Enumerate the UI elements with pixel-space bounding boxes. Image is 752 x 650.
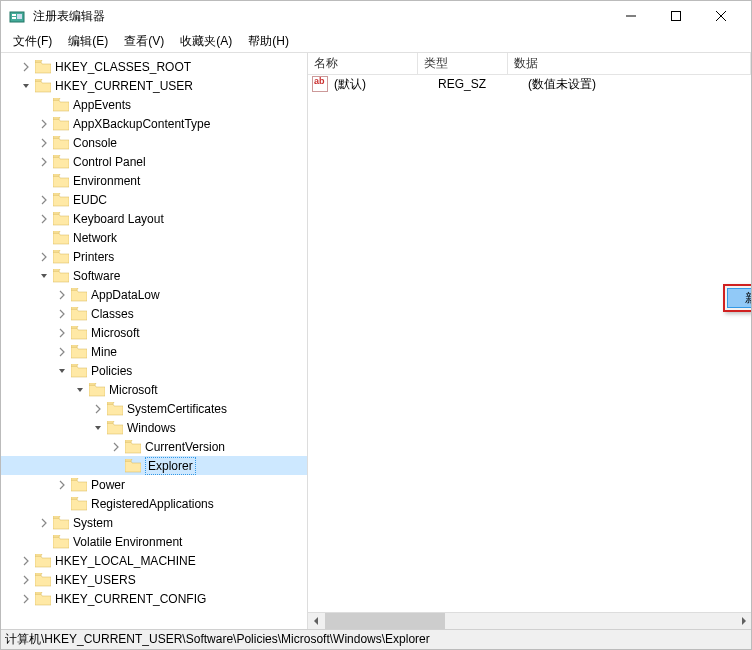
scroll-left-button[interactable] (308, 613, 325, 630)
col-name[interactable]: 名称 (308, 53, 418, 74)
chevron-right-icon[interactable] (55, 307, 69, 321)
scroll-right-button[interactable] (734, 613, 751, 630)
statusbar: 计算机\HKEY_CURRENT_USER\Software\Policies\… (1, 629, 751, 649)
tree-label: System (73, 516, 113, 530)
tree-item[interactable]: Environment (1, 171, 307, 190)
minimize-button[interactable] (608, 1, 653, 31)
chevron-down-icon[interactable] (55, 364, 69, 378)
menu-file[interactable]: 文件(F) (5, 31, 60, 52)
chevron-right-icon[interactable] (37, 155, 51, 169)
tree-item-selected[interactable]: Explorer (1, 456, 307, 475)
ctx-new[interactable]: 新建(N) (727, 288, 751, 308)
tree-item[interactable]: Policies (1, 361, 307, 380)
tree-item[interactable]: Console (1, 133, 307, 152)
tree-item[interactable]: RegisteredApplications (1, 494, 307, 513)
chevron-down-icon[interactable] (19, 79, 33, 93)
chevron-right-icon[interactable] (37, 136, 51, 150)
tree-item[interactable]: HKEY_CURRENT_USER (1, 76, 307, 95)
col-data[interactable]: 数据 (508, 53, 751, 74)
folder-icon (53, 269, 69, 283)
registry-tree[interactable]: 计算机HKEY_CLASSES_ROOTHKEY_CURRENT_USERApp… (1, 53, 308, 629)
horizontal-scrollbar[interactable] (308, 612, 751, 629)
tree-label: Mine (91, 345, 117, 359)
chevron-right-icon[interactable] (37, 212, 51, 226)
chevron-right-icon[interactable] (109, 440, 123, 454)
folder-icon (71, 288, 87, 302)
tree-item[interactable]: Mine (1, 342, 307, 361)
tree-item[interactable]: Volatile Environment (1, 532, 307, 551)
chevron-right-icon[interactable] (55, 326, 69, 340)
tree-label: Network (73, 231, 117, 245)
value-type: REG_SZ (436, 77, 526, 91)
tree-item[interactable]: SystemCertificates (1, 399, 307, 418)
col-type[interactable]: 类型 (418, 53, 508, 74)
chevron-right-icon[interactable] (37, 250, 51, 264)
tree-item[interactable]: AppXBackupContentType (1, 114, 307, 133)
tree-item[interactable]: Keyboard Layout (1, 209, 307, 228)
folder-icon (53, 250, 69, 264)
tree-item[interactable]: AppEvents (1, 95, 307, 114)
chevron-right-icon[interactable] (55, 345, 69, 359)
chevron-right-icon[interactable] (55, 288, 69, 302)
folder-icon (53, 231, 69, 245)
svg-rect-3 (17, 14, 22, 19)
chevron-right-icon[interactable] (19, 60, 33, 74)
chevron-down-icon[interactable] (91, 421, 105, 435)
tree-item[interactable]: Power (1, 475, 307, 494)
window-title: 注册表编辑器 (33, 8, 608, 25)
folder-icon (107, 421, 123, 435)
chevron-down-icon[interactable] (73, 383, 87, 397)
tree-item[interactable]: Microsoft (1, 323, 307, 342)
scroll-thumb[interactable] (325, 613, 445, 630)
list-header: 名称 类型 数据 (308, 53, 751, 75)
tree-label: SystemCertificates (127, 402, 227, 416)
tree-label: Microsoft (91, 326, 140, 340)
menu-edit[interactable]: 编辑(E) (60, 31, 116, 52)
value-panel: 名称 类型 数据 (默认) REG_SZ (数值未设置) 新建(N) 项(K) (308, 53, 751, 629)
chevron-right-icon[interactable] (55, 478, 69, 492)
tree-label: CurrentVersion (145, 440, 225, 454)
tree-item[interactable]: HKEY_USERS (1, 570, 307, 589)
tree-item[interactable]: Windows (1, 418, 307, 437)
list-row[interactable]: (默认) REG_SZ (数值未设置) (308, 75, 751, 93)
tree-item[interactable]: Network (1, 228, 307, 247)
value-data: (数值未设置) (526, 76, 751, 93)
tree-item[interactable]: EUDC (1, 190, 307, 209)
chevron-right-icon[interactable] (19, 554, 33, 568)
scroll-track[interactable] (325, 613, 734, 630)
tree-item[interactable]: HKEY_CLASSES_ROOT (1, 57, 307, 76)
tree-label: HKEY_USERS (55, 573, 136, 587)
tree-label: Policies (91, 364, 132, 378)
tree-item[interactable]: Control Panel (1, 152, 307, 171)
tree-item[interactable]: CurrentVersion (1, 437, 307, 456)
folder-icon (53, 212, 69, 226)
menu-help[interactable]: 帮助(H) (240, 31, 297, 52)
chevron-right-icon[interactable] (37, 516, 51, 530)
chevron-right-icon[interactable] (37, 117, 51, 131)
tree-item[interactable]: Classes (1, 304, 307, 323)
tree-item[interactable]: Printers (1, 247, 307, 266)
tree-item[interactable]: Microsoft (1, 380, 307, 399)
tree-label: Classes (91, 307, 134, 321)
chevron-right-icon[interactable] (37, 193, 51, 207)
tree-item[interactable]: HKEY_CURRENT_CONFIG (1, 589, 307, 608)
app-icon (9, 8, 25, 24)
tree-item[interactable]: System (1, 513, 307, 532)
chevron-right-icon[interactable] (19, 573, 33, 587)
maximize-button[interactable] (653, 1, 698, 31)
tree-item[interactable]: HKEY_LOCAL_MACHINE (1, 551, 307, 570)
folder-icon (53, 155, 69, 169)
close-button[interactable] (698, 1, 743, 31)
chevron-right-icon[interactable] (91, 402, 105, 416)
menu-favorites[interactable]: 收藏夹(A) (172, 31, 240, 52)
chevron-down-icon[interactable] (37, 269, 51, 283)
tree-label: Explorer (145, 459, 196, 473)
chevron-none (37, 231, 51, 245)
chevron-right-icon[interactable] (19, 592, 33, 606)
tree-item[interactable]: Software (1, 266, 307, 285)
tree-item[interactable]: AppDataLow (1, 285, 307, 304)
list-body[interactable]: (默认) REG_SZ (数值未设置) 新建(N) 项(K) 字符串值(S) 二… (308, 75, 751, 612)
menu-view[interactable]: 查看(V) (116, 31, 172, 52)
folder-icon (35, 573, 51, 587)
chevron-none (55, 497, 69, 511)
